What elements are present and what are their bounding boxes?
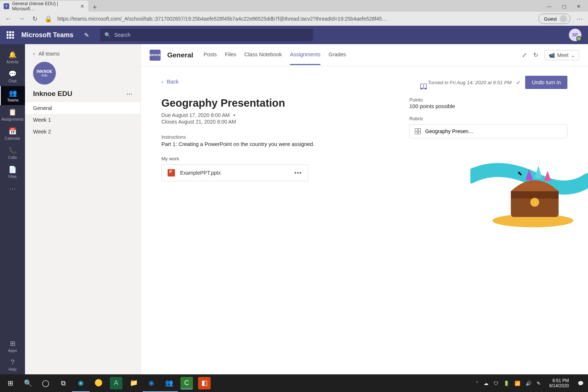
- rail-activity[interactable]: 🔔Activity: [0, 48, 25, 67]
- attached-file[interactable]: ExamplePPT.pptx •••: [161, 164, 308, 181]
- browser-refresh-icon[interactable]: ↻: [31, 15, 39, 23]
- due-date: Due August 17, 2020 8:00 AM: [161, 112, 230, 118]
- rail-assignments[interactable]: 📋Assignments: [0, 105, 25, 124]
- chat-icon: 💬: [8, 70, 17, 78]
- tab-posts[interactable]: Posts: [204, 45, 217, 65]
- browser-menu-icon[interactable]: ⋯: [576, 15, 584, 23]
- rail-calendar[interactable]: 📅Calendar: [0, 124, 25, 143]
- channel-general[interactable]: General: [25, 102, 140, 114]
- tray-notifications-icon[interactable]: 💬: [578, 381, 584, 386]
- taskbar-app-a[interactable]: A: [110, 377, 122, 389]
- taskbar-clock[interactable]: 6:51 PM 8/14/2020: [546, 378, 573, 389]
- browser-tab[interactable]: T General (Inknoe EDU) | Microsoft… ✕: [0, 1, 88, 12]
- apps-icon: ⊞: [10, 339, 15, 348]
- tab-class-notebook[interactable]: Class Notebook: [244, 45, 282, 65]
- rail-help[interactable]: ?Help: [0, 356, 25, 374]
- instructions-label: Instructions: [161, 134, 409, 140]
- meet-button[interactable]: 📹 Meet ⌄: [545, 50, 579, 60]
- turned-in-status: Turned in Fri Aug 14, 2020 at 6:51 PM: [428, 80, 512, 85]
- browser-forward-icon[interactable]: →: [18, 15, 26, 22]
- undo-turn-in-button[interactable]: Undo turn in: [525, 76, 567, 89]
- file-more-icon[interactable]: •••: [294, 170, 302, 176]
- taskbar-snagit[interactable]: ◧: [198, 377, 211, 389]
- rubric-label: Rubric: [409, 116, 567, 121]
- taskbar-edge[interactable]: ◉: [72, 374, 90, 392]
- help-icon: ?: [11, 359, 14, 366]
- channel-header: INKNOE General Posts Files Class Noteboo…: [141, 44, 588, 66]
- tab-title: General (Inknoe EDU) | Microsoft…: [12, 1, 77, 11]
- all-teams-link[interactable]: ‹ All teams: [25, 49, 140, 62]
- taskbar-camtasia[interactable]: C: [180, 377, 193, 389]
- assignment-body: ‹ Back 🕮 Turned in Fri Aug 14, 2020 at 6…: [141, 66, 588, 191]
- search-placeholder: Search: [114, 32, 130, 38]
- tray-volume-icon[interactable]: 🔊: [526, 381, 531, 386]
- window-minimize-icon[interactable]: —: [547, 4, 552, 9]
- team-more-icon[interactable]: ⋯: [126, 90, 132, 97]
- tab-files[interactable]: Files: [225, 45, 236, 65]
- taskbar-explorer[interactable]: 📁: [125, 374, 143, 392]
- immersive-reader-icon[interactable]: 🕮: [420, 82, 428, 91]
- tray-battery-icon[interactable]: 🔋: [503, 381, 509, 386]
- bell-icon: 🔔: [8, 51, 17, 59]
- profile-guest-pill[interactable]: Guest: [538, 14, 570, 24]
- back-button[interactable]: ‹ Back: [161, 79, 179, 85]
- svg-point-3: [530, 198, 539, 207]
- taskbar-chrome[interactable]: 🟡: [90, 374, 107, 392]
- closes-date: Closes August 21, 2020 8:00 AM: [161, 119, 409, 125]
- tray-wifi-icon[interactable]: 📶: [514, 381, 520, 386]
- assignment-title: Geography Presentation: [161, 97, 409, 109]
- user-avatar[interactable]: SF: [569, 29, 581, 41]
- window-maximize-icon[interactable]: ▢: [562, 4, 566, 9]
- channel-logo: INKNOE: [150, 50, 161, 61]
- rubric-card[interactable]: Geography Presen…: [409, 124, 567, 138]
- channel-week1[interactable]: Week 1: [25, 114, 140, 126]
- new-tab-button[interactable]: +: [88, 3, 101, 12]
- teams-header: Microsoft Teams ✎ 🔍 Search SF: [0, 26, 588, 44]
- browser-chrome: T General (Inknoe EDU) | Microsoft… ✕ + …: [0, 0, 588, 26]
- compose-icon[interactable]: ✎: [81, 29, 93, 41]
- chevron-down-icon: ⌄: [571, 52, 575, 58]
- instructions-text: Part 1: Creating a PowerPoint on the cou…: [161, 141, 409, 147]
- tray-security-icon[interactable]: 🛡: [494, 381, 498, 386]
- address-bar[interactable]: https://teams.microsoft.com/_#/school/ta…: [57, 16, 533, 22]
- reload-icon[interactable]: ↻: [533, 51, 538, 58]
- app-rail: 🔔Activity 💬Chat 👥Teams 📋Assignments 📅Cal…: [0, 44, 25, 374]
- taskbar-search-icon[interactable]: 🔍: [19, 374, 37, 392]
- windows-taskbar: ⊞ 🔍 ◯ ⧉ ◉ 🟡 A 📁 ◉ 👥 C ◧ ˄ ☁ 🛡 🔋 📶 🔊 ✎ 6:…: [0, 374, 588, 392]
- rubric-grid-icon: [415, 128, 421, 134]
- teams-favicon: T: [4, 3, 9, 9]
- guest-avatar-icon: [560, 15, 567, 22]
- system-tray[interactable]: ˄ ☁ 🛡 🔋 📶 🔊 ✎ 6:51 PM 8/14/2020 💬: [476, 378, 587, 389]
- browser-back-icon[interactable]: ←: [4, 15, 12, 22]
- tray-pen-icon[interactable]: ✎: [537, 381, 541, 386]
- window-close-icon[interactable]: ✕: [577, 4, 581, 9]
- close-tab-icon[interactable]: ✕: [80, 3, 85, 9]
- taskbar-edge2[interactable]: ◉: [143, 374, 160, 392]
- cortana-icon[interactable]: ◯: [37, 374, 54, 392]
- taskbar-teams[interactable]: 👥: [160, 374, 178, 392]
- rail-files[interactable]: 📄Files: [0, 163, 25, 182]
- rail-chat[interactable]: 💬Chat: [0, 67, 25, 86]
- task-view-icon[interactable]: ⧉: [54, 374, 72, 392]
- rail-teams[interactable]: 👥Teams: [0, 86, 25, 105]
- tab-grades[interactable]: Grades: [329, 45, 346, 65]
- guest-label: Guest: [544, 16, 557, 22]
- app-launcher-icon[interactable]: [7, 31, 14, 39]
- team-avatar[interactable]: INKNOE Edu: [33, 62, 56, 85]
- start-button[interactable]: ⊞: [1, 374, 19, 392]
- bullet-separator: •: [233, 112, 235, 118]
- tab-assignments[interactable]: Assignments: [290, 45, 320, 65]
- svg-point-0: [492, 214, 573, 227]
- expand-icon[interactable]: ⤢: [522, 51, 527, 58]
- lock-icon: 🔒: [44, 15, 52, 23]
- rail-calls[interactable]: 📞Calls: [0, 143, 25, 163]
- channel-week2[interactable]: Week 2: [25, 126, 140, 138]
- rail-apps[interactable]: ⊞Apps: [0, 336, 25, 356]
- tray-onedrive-icon[interactable]: ☁: [484, 381, 488, 386]
- tray-chevron-icon[interactable]: ˄: [476, 381, 478, 386]
- search-input[interactable]: 🔍 Search: [100, 29, 313, 41]
- points-label: Points: [409, 97, 567, 103]
- phone-icon: 📞: [8, 146, 17, 154]
- people-icon: 👥: [9, 89, 17, 97]
- rail-more[interactable]: ⋯: [0, 182, 25, 196]
